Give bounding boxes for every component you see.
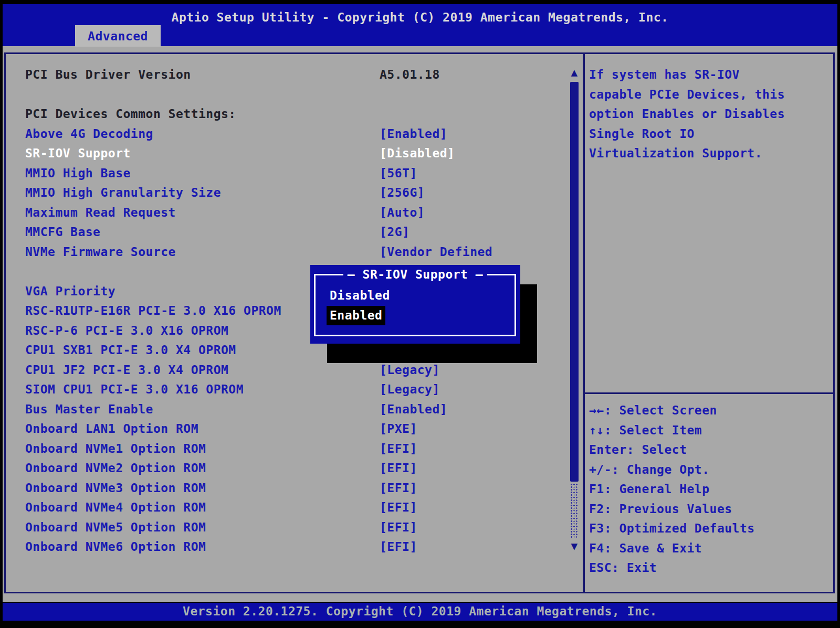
app-title: Aptio Setup Utility - Copyright (C) 2019… [3,4,837,24]
help-text: If system has SR-IOV capable PCIe Device… [589,65,834,164]
menu-item-value: [56T] [380,164,417,184]
menu-item-value: [EFI] [380,459,417,478]
menu-row[interactable]: MMIO High Base[56T] [25,164,571,184]
menu-item-value: [EFI] [380,498,417,518]
menu-row[interactable]: Onboard NVMe1 Option ROM[EFI] [25,439,571,459]
popup-option[interactable]: Disabled [327,286,393,306]
menu-item-label: SIOM CPU1 PCI-E 3.0 X16 OPROM [25,382,244,396]
menu-row[interactable]: Onboard NVMe5 Option ROM[EFI] [25,518,571,538]
menu-item-value: [Disabled] [380,144,455,164]
menu-item-value: [EFI] [380,537,417,557]
menu-row[interactable]: Onboard NVMe2 Option ROM[EFI] [25,459,571,478]
menu-item-label: MMIO High Base [25,166,131,180]
menu-row[interactable]: Bus Master Enable[Enabled] [25,400,571,420]
menu-row: PCI Bus Driver VersionA5.01.18 [25,65,571,85]
menu-item-label: CPU1 SXB1 PCI-E 3.0 X4 OPROM [25,343,236,357]
menu-item-value: [Auto] [380,203,425,223]
menu-item-value: [Enabled] [380,400,447,420]
scrollbar-down-icon[interactable]: ▼ [569,540,580,552]
menu-item-value: [Vendor Defined [380,242,492,262]
menu-item-label: Onboard NVMe4 Option ROM [25,501,206,514]
menu-item-label: Bus Master Enable [25,402,153,416]
legend-row: +/-: Change Opt. [589,460,834,480]
legend-divider [585,392,833,394]
menu-item-value: [EFI] [380,518,417,538]
scrollbar-track[interactable] [570,483,579,539]
menu-item-label: MMIO High Granularity Size [25,186,221,199]
panel-divider [583,54,585,592]
legend-row: F4: Save & Exit [589,539,834,559]
menu-row[interactable]: MMCFG Base[2G] [25,222,571,242]
menu-item-value: [PXE] [380,419,417,439]
menu-row[interactable]: SIOM CPU1 PCI-E 3.0 X16 OPROM[Legacy] [25,380,571,400]
footer-version-text: Version 2.20.1275. Copyright (C) 2019 Am… [183,604,657,618]
menu-item-value: [Legacy] [380,360,440,380]
menu-item-value: [EFI] [380,439,417,459]
popup-options: DisabledEnabled [327,286,393,325]
menu-item-label: CPU1 JF2 PCI-E 3.0 X4 OPROM [25,363,228,377]
legend-row: F1: General Help [589,480,834,499]
menu-item-label: Onboard NVMe3 Option ROM [25,481,206,495]
menu-row[interactable]: Maximum Read Request[Auto] [25,203,571,223]
legend-row: ESC: Exit [589,558,834,578]
legend-row: ↑↓: Select Item [589,421,834,441]
sr-iov-popup: SR-IOV Support DisabledEnabled [310,265,520,344]
menu-item-value: [Enabled] [380,124,447,144]
menu-row[interactable]: Above 4G Decoding[Enabled] [25,124,571,144]
menu-item-label: Onboard LAN1 Option ROM [25,422,198,435]
footer-version-bar: Version 2.20.1275. Copyright (C) 2019 Am… [3,603,837,621]
menu-item-value: [256G] [380,183,425,203]
menu-item-label: RSC-P-6 PCI-E 3.0 X16 OPROM [25,324,228,337]
menu-row[interactable]: NVMe Firmware Source[Vendor Defined [25,242,571,262]
legend-row: F2: Previous Values [589,499,834,519]
scrollbar-thumb[interactable] [570,82,579,482]
menu-item-label: Above 4G Decoding [25,127,153,141]
menu-item-value: [EFI] [380,478,417,498]
key-legend: →←: Select Screen↑↓: Select ItemEnter: S… [589,401,834,578]
menu-item-value: [2G] [380,222,410,242]
menu-item-label: RSC-R1UTP-E16R PCI-E 3.0 X16 OPROM [25,304,281,317]
menu-row[interactable]: SR-IOV Support[Disabled] [25,144,571,164]
menu-row[interactable]: Onboard LAN1 Option ROM[PXE] [25,419,571,439]
legend-row: →←: Select Screen [589,401,834,421]
menu-item-label: Onboard NVMe5 Option ROM [25,520,206,534]
menu-item-label: Onboard NVMe6 Option ROM [25,540,206,554]
tab-advanced[interactable]: Advanced [75,25,161,47]
legend-row: F3: Optimized Defaults [589,519,834,539]
menu-item-label: NVMe Firmware Source [25,245,176,259]
menu-item-label: Onboard NVMe2 Option ROM [25,461,206,475]
menu-item-label: SR-IOV Support [25,146,131,160]
menu-item-label: MMCFG Base [25,225,100,239]
popup-title: SR-IOV Support [343,268,487,281]
menu-item-label: PCI Bus Driver Version [25,68,191,81]
menu-row[interactable]: MMIO High Granularity Size[256G] [25,183,571,203]
legend-row: Enter: Select [589,440,834,460]
menu-row[interactable]: Onboard NVMe4 Option ROM[EFI] [25,498,571,518]
menu-item-value: [Legacy] [380,380,440,400]
popup-option[interactable]: Enabled [327,306,385,326]
menu-item-label: Maximum Read Request [25,206,176,219]
scrollbar-up-icon[interactable]: ▲ [569,67,580,78]
menu-item-value: A5.01.18 [380,65,440,85]
menu-item-label: VGA Priority [25,284,116,298]
menu-item-label: PCI Devices Common Settings: [25,107,236,121]
menu-row[interactable]: Onboard NVMe3 Option ROM[EFI] [25,478,571,498]
menu-row[interactable]: Onboard NVMe6 Option ROM[EFI] [25,537,571,557]
menu-item-label: Onboard NVMe1 Option ROM [25,442,206,455]
menu-row: PCI Devices Common Settings: [25,104,571,124]
menu-row[interactable]: CPU1 JF2 PCI-E 3.0 X4 OPROM[Legacy] [25,360,571,380]
menu-row [25,85,571,105]
